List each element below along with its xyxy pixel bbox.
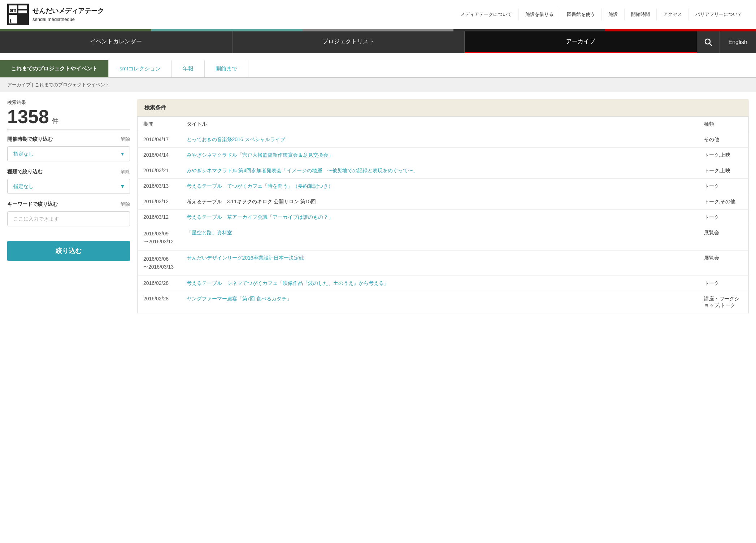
top-nav-item-5[interactable]: アクセス [657, 8, 689, 21]
result-date: 2016/04/14 [138, 148, 181, 163]
result-title-link[interactable]: 考えるテーブル 草アーカイブ会議「アーカイブは誰のもの？」 [187, 214, 333, 220]
sub-nav-item-0[interactable]: これまでのプロジェクトやイベント [0, 60, 109, 77]
breadcrumb: アーカイブ | これまでのプロジェクトやイベント [0, 78, 756, 92]
result-title[interactable]: みやぎシネマクラドル「宍戸大裕監督新作鑑賞会＆意見交換会」 [181, 148, 698, 163]
result-type: トーク,上映 [698, 148, 749, 163]
result-type: 展覧会 [698, 250, 749, 275]
main-nav-project[interactable]: プロジェクトリスト [233, 31, 465, 53]
results-area: 検索条件 期間 タイトル 種類 2016/04/17とっておきの音楽祭2016 … [137, 99, 749, 313]
filter-button[interactable]: 絞り込む [7, 241, 130, 261]
svg-line-8 [709, 43, 712, 46]
result-title-link[interactable]: ヤングファーマー農宴「第7回 食べるカタチ」 [187, 296, 292, 301]
result-title[interactable]: みやぎシネマクラドル 第4回参加者発表会「イメージの地層 〜被災地での記録と表現… [181, 163, 698, 179]
svg-text:m: m [12, 7, 16, 13]
search-results-label: 検索結果 [7, 99, 130, 106]
keyword-filter-section: キーワードで絞り込む 解除 [7, 201, 130, 226]
search-results-count: 1358 件 [7, 107, 130, 130]
table-row: 2016/04/17とっておきの音楽祭2016 スペシャルライブその他 [138, 132, 749, 148]
main-nav-english[interactable]: English [720, 31, 756, 53]
sub-nav-item-3[interactable]: 開館まで [205, 60, 248, 77]
table-row: 2016/02/28ヤングファーマー農宴「第7回 食べるカタチ」講座・ワークショ… [138, 291, 749, 313]
top-nav-item-2[interactable]: 図書館を使う [560, 8, 602, 21]
svg-rect-1 [18, 5, 27, 9]
date-filter-select[interactable]: 指定なし [7, 146, 130, 161]
results-table: 期間 タイトル 種類 2016/04/17とっておきの音楽祭2016 スペシャル… [137, 116, 749, 313]
result-title[interactable]: 考えるテーブル てつがくカフェ「時を問う」（要約筆記つき） [181, 179, 698, 194]
table-row: 2016/03/12考えるテーブル 草アーカイブ会議「アーカイブは誰のもの？」ト… [138, 210, 749, 225]
table-row: 2016/03/13考えるテーブル てつがくカフェ「時を問う」（要約筆記つき）ト… [138, 179, 749, 194]
result-title[interactable]: 「星空と路」資料室 [181, 225, 698, 251]
date-filter-section: 開催時期で絞り込む 解除 指定なし ▼ [7, 136, 130, 161]
logo-area: s m t せんだいメディアテーク sendai mediatheque [7, 4, 104, 25]
site-header: s m t せんだいメディアテーク sendai mediatheque メディ… [0, 0, 756, 29]
result-type: トーク [698, 210, 749, 225]
logo-icon: s m t [7, 4, 29, 25]
result-date: 2016/02/28 [138, 275, 181, 291]
sub-nav: これまでのプロジェクトやイベント smtコレクション 年報 開館まで [0, 60, 756, 78]
result-title-link[interactable]: とっておきの音楽祭2016 スペシャルライブ [187, 136, 285, 142]
result-date: 2016/03/13 [138, 179, 181, 194]
date-filter-label: 開催時期で絞り込む [7, 136, 53, 143]
type-filter-wrapper: 指定なし ▼ [7, 179, 130, 194]
result-type: トーク [698, 275, 749, 291]
date-filter-header: 開催時期で絞り込む 解除 [7, 136, 130, 143]
result-type: トーク,その他 [698, 194, 749, 210]
date-filter-clear[interactable]: 解除 [121, 136, 130, 143]
sub-nav-item-2[interactable]: 年報 [172, 60, 205, 77]
type-filter-select[interactable]: 指定なし [7, 179, 130, 194]
result-title[interactable]: 考えるテーブル 草アーカイブ会議「アーカイブは誰のもの？」 [181, 210, 698, 225]
top-nav-item-0[interactable]: メディアテークについて [454, 8, 519, 21]
logo-text: せんだいメディアテーク sendai mediatheque [32, 6, 104, 23]
type-filter-clear[interactable]: 解除 [121, 169, 130, 175]
keyword-filter-clear[interactable]: 解除 [121, 201, 130, 208]
main-nav-search-button[interactable] [697, 31, 720, 53]
top-nav-item-4[interactable]: 開館時間 [625, 8, 657, 21]
keyword-filter-label: キーワードで絞り込む [7, 201, 58, 208]
result-title[interactable]: ヤングファーマー農宴「第7回 食べるカタチ」 [181, 291, 698, 313]
result-type: その他 [698, 132, 749, 148]
result-title: 考えるテーブル 3.11キヲクのキロク 公開サロン 第15回 [181, 194, 698, 210]
svg-rect-2 [18, 10, 27, 13]
result-title-link[interactable]: 考えるテーブル シネマてつがくカフェ「映像作品『波のした、土のうえ』から考える」 [187, 280, 389, 286]
result-title-link[interactable]: 考えるテーブル てつがくカフェ「時を問う」（要約筆記つき） [187, 183, 333, 189]
table-row: 2016/03/06〜2016/03/13せんだいデザインリーグ2016卒業設計… [138, 250, 749, 275]
result-date: 2016/04/17 [138, 132, 181, 148]
result-title-link[interactable]: みやぎシネマクラドル 第4回参加者発表会「イメージの地層 〜被災地での記録と表現… [187, 168, 418, 173]
table-row: 2016/02/28考えるテーブル シネマてつがくカフェ「映像作品『波のした、土… [138, 275, 749, 291]
top-nav-item-3[interactable]: 施設 [602, 8, 625, 21]
result-title-link[interactable]: 「星空と路」資料室 [187, 230, 232, 235]
result-title-link[interactable]: みやぎシネマクラドル「宍戸大裕監督新作鑑賞会＆意見交換会」 [187, 152, 333, 158]
top-nav-item-1[interactable]: 施設を借りる [519, 8, 560, 21]
main-nav-calendar[interactable]: イベントカレンダー [0, 31, 233, 53]
svg-text:t: t [10, 18, 12, 23]
top-nav-item-6[interactable]: バリアフリーについて [689, 8, 749, 21]
result-title[interactable]: 考えるテーブル シネマてつがくカフェ「映像作品『波のした、土のうえ』から考える」 [181, 275, 698, 291]
result-title[interactable]: とっておきの音楽祭2016 スペシャルライブ [181, 132, 698, 148]
result-type: 講座・ワークショップ,トーク [698, 291, 749, 313]
keyword-input[interactable] [7, 211, 130, 226]
result-date: 2016/03/09〜2016/03/12 [138, 225, 181, 251]
main-nav: イベントカレンダー プロジェクトリスト アーカイブ English [0, 31, 756, 53]
result-date: 2016/03/21 [138, 163, 181, 179]
result-type: トーク [698, 179, 749, 194]
type-filter-header: 種類で絞り込む 解除 [7, 169, 130, 175]
sub-nav-item-1[interactable]: smtコレクション [109, 60, 172, 77]
result-date: 2016/03/12 [138, 210, 181, 225]
result-date: 2016/03/06〜2016/03/13 [138, 250, 181, 275]
keyword-filter-header: キーワードで絞り込む 解除 [7, 201, 130, 208]
result-type: トーク,上映 [698, 163, 749, 179]
count-number: 1358 [7, 107, 49, 126]
result-title[interactable]: せんだいデザインリーグ2016卒業設計日本一決定戦 [181, 250, 698, 275]
col-title-header: タイトル [181, 117, 698, 132]
table-row: 2016/04/14みやぎシネマクラドル「宍戸大裕監督新作鑑賞会＆意見交換会」ト… [138, 148, 749, 163]
table-row: 2016/03/12考えるテーブル 3.11キヲクのキロク 公開サロン 第15回… [138, 194, 749, 210]
table-row: 2016/03/09〜2016/03/12「星空と路」資料室展覧会 [138, 225, 749, 251]
type-filter-label: 種類で絞り込む [7, 169, 43, 175]
main-nav-archive[interactable]: アーカイブ [465, 31, 697, 53]
type-filter-section: 種類で絞り込む 解除 指定なし ▼ [7, 169, 130, 194]
result-date: 2016/03/12 [138, 194, 181, 210]
logo-en: sendai mediatheque [32, 16, 104, 23]
result-date: 2016/02/28 [138, 291, 181, 313]
result-title-link[interactable]: せんだいデザインリーグ2016卒業設計日本一決定戦 [187, 255, 304, 261]
table-row: 2016/03/21みやぎシネマクラドル 第4回参加者発表会「イメージの地層 〜… [138, 163, 749, 179]
